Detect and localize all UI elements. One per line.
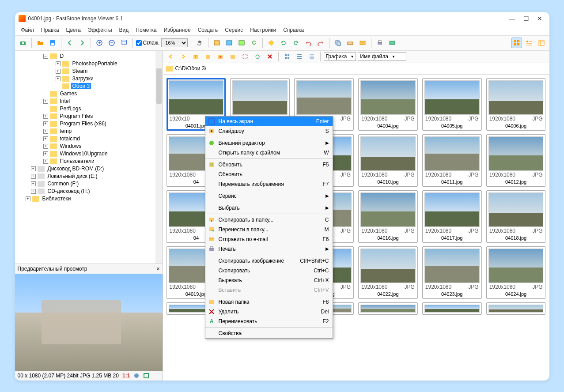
thumbnail[interactable]	[486, 302, 546, 315]
close-button[interactable]: ✕	[537, 15, 542, 22]
menu-Цвета[interactable]: Цвета	[63, 26, 84, 34]
rotate-left-icon[interactable]	[278, 38, 289, 48]
ctx-Свойства[interactable]: Свойства	[205, 328, 333, 338]
thumbnail[interactable]: 1920x1080JPG04018.jpg	[486, 190, 546, 243]
thumbnail[interactable]: 1920x1080JPG04023.jpg	[422, 246, 482, 299]
view-list-icon[interactable]	[524, 38, 534, 48]
copy-icon[interactable]	[333, 38, 343, 48]
select-icon[interactable]	[240, 51, 250, 62]
zoom-select[interactable]: 16%	[161, 38, 188, 47]
menu-Создать[interactable]: Создать	[194, 26, 222, 34]
thumbnail[interactable]	[422, 302, 482, 315]
undo-icon[interactable]	[303, 38, 314, 48]
menu-Справка[interactable]: Справка	[280, 26, 307, 34]
tree-node[interactable]: +PhotoshopPortable	[17, 60, 161, 68]
thumbnail[interactable]: 1920x1080JPG04017.jpg	[422, 190, 482, 243]
path-input[interactable]	[175, 65, 547, 72]
tree-node[interactable]: +Steam	[17, 68, 161, 75]
maximize-button[interactable]: ☐	[523, 15, 529, 22]
menu-Правка[interactable]: Правка	[38, 26, 63, 34]
menu-Вид[interactable]: Вид	[116, 26, 132, 34]
thumbnail[interactable]: 1920x1080JPG04016.jpg	[358, 190, 418, 243]
ctx-Скопировать изображение[interactable]: Скопировать изображениеCtrl+Shift+C	[205, 256, 333, 266]
zoom-in-icon[interactable]	[94, 38, 105, 48]
scanner-icon[interactable]	[345, 38, 356, 48]
tree-node[interactable]: Games	[17, 90, 161, 98]
mail-icon[interactable]	[357, 38, 368, 48]
ctx-Печать[interactable]: Печать▶	[205, 244, 333, 254]
ctx-Перемешать изображения[interactable]: Перемешать изображенияF7	[205, 179, 333, 189]
ctx-Удалить[interactable]: УдалитьDel	[205, 307, 333, 317]
tree-node[interactable]: +Program Files (x86)	[17, 120, 161, 128]
nav-up-icon[interactable]	[190, 51, 201, 62]
ctx-Переименовать[interactable]: AПереименоватьF2	[205, 317, 333, 326]
ctx-Сервис[interactable]: Сервис▶	[205, 191, 333, 201]
menu-Файл[interactable]: Файл	[18, 26, 38, 34]
thumbnail[interactable]: 1920x1080JPG04011.jpg	[422, 134, 482, 187]
ctx-Открыть папку с файлом[interactable]: Открыть папку с файломW	[205, 148, 333, 158]
menu-Настройки[interactable]: Настройки	[246, 26, 280, 34]
ctx-Отправить по e-mail[interactable]: Отправить по e-mailF6	[205, 234, 333, 244]
thumbnail[interactable]: 1920x1080JPG04010.jpg	[358, 134, 418, 187]
tree-node[interactable]: +totalcmd	[17, 135, 161, 143]
tree-node[interactable]: +Библиотеки	[17, 195, 161, 203]
tree-node[interactable]: +Windows	[17, 143, 161, 150]
tree-node[interactable]: +temp	[17, 128, 161, 135]
smooth-checkbox[interactable]: Сглаж.	[136, 40, 160, 46]
tree-node[interactable]: +Загрузки	[17, 75, 161, 83]
view2-icon[interactable]	[294, 51, 305, 62]
enhance-icon[interactable]	[266, 38, 276, 48]
tree-node[interactable]: +Windows10Upgrade	[17, 150, 161, 158]
ctx-Слайдшоу[interactable]: СлайдшоуS	[205, 126, 333, 136]
tree-node[interactable]: −D	[17, 53, 161, 60]
zoom-reset-icon[interactable]: 1:1	[119, 38, 129, 48]
view3-icon[interactable]	[307, 51, 317, 62]
ctx-Новая папка[interactable]: Новая папкаF8	[205, 297, 333, 307]
preview-image[interactable]	[15, 274, 163, 371]
print-icon[interactable]	[375, 38, 385, 48]
tree-node[interactable]: Обои 3	[17, 83, 161, 90]
thumbnail[interactable]: 1920x1080JPG04022.jpg	[358, 246, 418, 299]
redo-icon[interactable]	[315, 38, 326, 48]
refresh-icon[interactable]	[252, 51, 263, 62]
ctx-На весь экран[interactable]: На весь экранEnter	[205, 117, 333, 126]
tool1-icon[interactable]	[212, 38, 222, 48]
sort-dropdown[interactable]: Имя файла▼	[358, 52, 406, 61]
thumbnail[interactable]: 1920x1080JPG04006.jpg	[486, 78, 546, 131]
save-icon[interactable]	[47, 38, 58, 48]
thumbnail[interactable]: 1920x1080JPG04004.jpg	[358, 78, 418, 131]
open-icon[interactable]	[35, 38, 45, 48]
tree-node[interactable]: +Дисковод BD-ROM (D:)	[17, 165, 161, 173]
menu-Сервис[interactable]: Сервис	[221, 26, 246, 34]
tree-node[interactable]: +Common (F:)	[17, 180, 161, 188]
tree-node[interactable]: +Intel	[17, 98, 161, 105]
nav-home-icon[interactable]	[203, 51, 213, 62]
menu-Пометка[interactable]: Пометка	[132, 26, 160, 34]
thumbnail[interactable]: 1920x1080JPG04005.jpg	[422, 78, 482, 131]
fullscreen-icon[interactable]	[143, 373, 149, 379]
forward-icon[interactable]	[77, 38, 87, 48]
newfolder-icon[interactable]	[227, 51, 238, 62]
gear-icon[interactable]	[133, 373, 140, 379]
tree-node[interactable]: +Пользователи	[17, 158, 161, 165]
settings-icon[interactable]	[387, 38, 397, 48]
rotate-right-icon[interactable]	[291, 38, 301, 48]
view-detail-icon[interactable]	[536, 38, 547, 48]
ctx-Вырезать[interactable]: ВырезатьCtrl+X	[205, 275, 333, 285]
thumbnail[interactable]: 1920x1080JPG04024.jpg	[486, 246, 546, 299]
tree-node[interactable]: PerfLogs	[17, 105, 161, 113]
zoom-out-icon[interactable]	[106, 38, 117, 48]
ctx-Выбрать[interactable]: Выбрать▶	[205, 203, 333, 213]
minimize-button[interactable]: —	[509, 15, 515, 22]
hand-icon[interactable]	[194, 38, 205, 48]
tree-node[interactable]: +Локальный диск (E:)	[17, 173, 161, 180]
folder-tree[interactable]: −D+PhotoshopPortable+Steam+ЗагрузкиОбои …	[15, 51, 163, 264]
tree-scrollbar[interactable]	[155, 51, 163, 264]
nav-back-icon[interactable]	[166, 51, 176, 62]
menu-Эффекты[interactable]: Эффекты	[84, 26, 116, 34]
nav-fwd-icon[interactable]	[178, 51, 189, 62]
delete-icon[interactable]	[265, 51, 275, 62]
ctx-Скопировать в папку...[interactable]: Скопировать в папку...C	[205, 215, 333, 225]
camera-icon[interactable]	[18, 38, 28, 48]
back-icon[interactable]	[64, 38, 75, 48]
